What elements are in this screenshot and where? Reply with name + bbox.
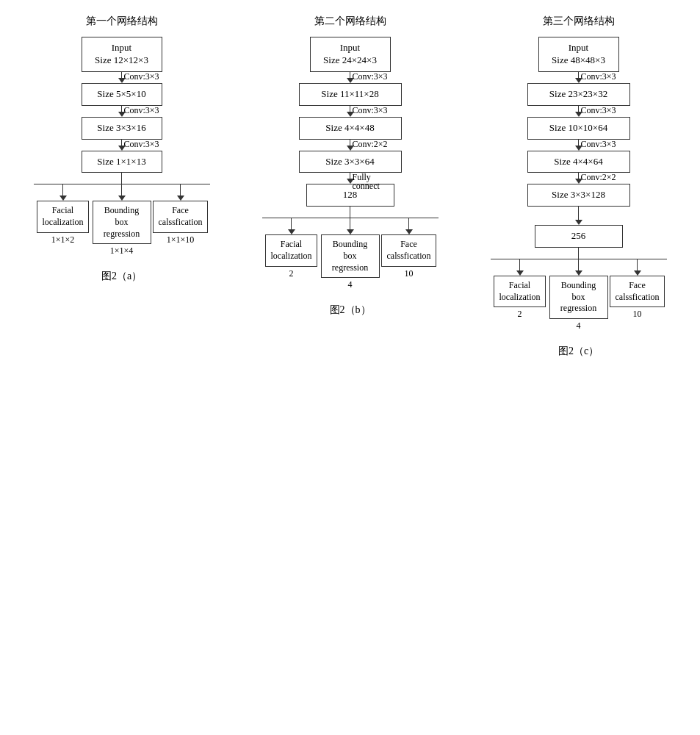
node-size-5x5x10: Size 5×5×10	[82, 83, 162, 106]
output-1-facial: Faciallocalization	[37, 201, 90, 232]
branch-3: Faciallocalization 2 Bounding boxregress…	[469, 248, 689, 331]
arrow-3-2: Conv:3×3	[469, 106, 689, 117]
output-3-bbox-sub: 4	[577, 320, 581, 331]
output-2-bbox: Bounding boxregression	[321, 234, 380, 278]
node-input-1: InputSize 12×12×3	[82, 37, 162, 72]
node-size-1x1x13: Size 1×1×13	[82, 151, 162, 173]
network-1-title: 第一个网络结构	[86, 15, 158, 28]
caption-1: 图2（a）	[101, 270, 142, 283]
output-3-facial: Faciallocalization	[494, 276, 546, 307]
node-size-3x3x64: Size 3×3×64	[299, 151, 402, 173]
caption-2: 图2（b）	[330, 304, 371, 317]
branch-2: Faciallocalization 2 Bounding boxregress…	[240, 207, 461, 290]
arrow-3-4: Conv:2×2	[469, 173, 689, 184]
output-2-face: Facecalssfication	[381, 234, 437, 266]
node-input-3: InputSize 48×48×3	[538, 37, 619, 72]
node-size-3x3x16: Size 3×3×16	[82, 117, 162, 140]
main-page: 第一个网络结构 InputSize 12×12×3 Conv:3×3 Size …	[0, 0, 700, 373]
network-3: 第三个网络结构 InputSize 48×48×3 Conv:3×3 Size …	[469, 15, 689, 358]
node-size-11x11x28: Size 11×11×28	[299, 83, 402, 106]
arrow-3-5	[469, 207, 689, 225]
node-input-2: InputSize 24×24×3	[310, 37, 391, 72]
output-1-facial-sub: 1×1×2	[51, 234, 75, 245]
output-1-bbox: Bounding boxregression	[93, 201, 151, 244]
output-2-facial-sub: 2	[289, 268, 294, 279]
output-3-bbox: Bounding boxregression	[549, 276, 608, 319]
node-size-10x10x64: Size 10×10×64	[527, 117, 630, 140]
node-size-23x23x32: Size 23×23×32	[527, 83, 630, 106]
arrow-2-4: Fullyconnect	[240, 173, 461, 184]
output-3-facial-sub: 2	[518, 309, 522, 320]
arrow-3-1: Conv:3×3	[469, 72, 689, 83]
network-2-title: 第二个网络结构	[314, 15, 386, 28]
output-3-face-sub: 10	[633, 309, 642, 320]
network-2: 第二个网络结构 InputSize 24×24×3 Conv:3×3 Size …	[240, 15, 461, 358]
arrow-1-1: Conv:3×3	[12, 72, 232, 83]
caption-3: 图2（c）	[558, 345, 599, 358]
arrow-1-2: Conv:3×3	[12, 106, 232, 117]
arrow-2-1: Conv:3×3	[240, 72, 461, 83]
network-3-title: 第三个网络结构	[543, 15, 615, 28]
output-2-face-sub: 10	[405, 268, 414, 279]
network-1: 第一个网络结构 InputSize 12×12×3 Conv:3×3 Size …	[12, 15, 232, 358]
node-size-4x4x48: Size 4×4×48	[299, 117, 402, 140]
output-1-face: Facecalssfication	[153, 201, 209, 232]
node-size-3x3x128: Size 3×3×128	[527, 184, 630, 207]
arrow-3-3: Conv:3×3	[469, 140, 689, 151]
output-3-face: Facecalssfication	[610, 276, 665, 307]
output-2-facial: Faciallocalization	[265, 234, 318, 266]
output-1-bbox-sub: 1×1×4	[110, 245, 134, 257]
node-128: 128	[306, 184, 394, 207]
node-size-4x4x64: Size 4×4×64	[527, 151, 630, 173]
arrow-2-2: Conv:3×3	[240, 106, 461, 117]
branch-1: Faciallocalization 1×1×2 Bounding boxreg…	[12, 173, 232, 257]
arrow-1-3: Conv:3×3	[12, 140, 232, 151]
node-256: 256	[535, 225, 623, 248]
output-1-face-sub: 1×1×10	[167, 234, 195, 245]
output-2-bbox-sub: 4	[348, 279, 353, 290]
arrow-2-3: Conv:2×2	[240, 140, 461, 151]
